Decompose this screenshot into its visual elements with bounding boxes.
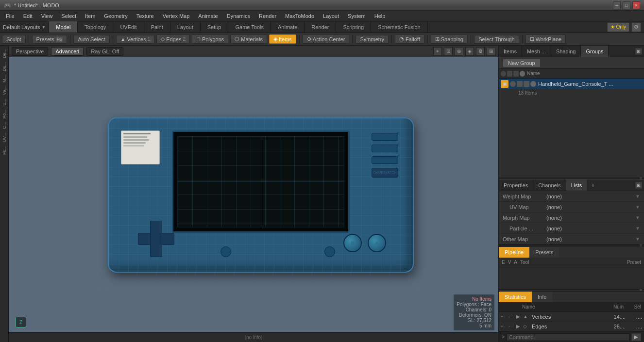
symmetry-button[interactable]: Symmetry [356, 35, 389, 44]
vp-tab-advanced[interactable]: Advanced [51, 47, 84, 56]
maximize-button[interactable]: □ [623, 1, 630, 9]
tab-setup[interactable]: Setup [201, 21, 229, 33]
command-arrow[interactable]: > [502, 334, 505, 340]
layout-dropdown-icon[interactable]: ▼ [41, 25, 46, 30]
vp-tab-perspective[interactable]: Perspective [12, 47, 48, 56]
other-map-value[interactable]: (none) [546, 236, 635, 242]
rpanel-tab-shading[interactable]: Shading [551, 46, 581, 57]
action-center-button[interactable]: ⊕ Action Center [303, 34, 350, 44]
rpanel-tab-groups[interactable]: Groups [581, 46, 609, 57]
group-eye-icon[interactable] [510, 81, 516, 87]
menu-item[interactable]: Item [81, 12, 99, 20]
menu-vertex-map[interactable]: Vertex Map [159, 12, 194, 20]
tab-layout[interactable]: Layout [170, 21, 201, 33]
vp-ctrl-expand[interactable]: ⊞ [487, 47, 495, 56]
sidebar-item-du[interactable]: Du... [1, 61, 7, 73]
menu-help[interactable]: Help [371, 12, 390, 20]
lists-expand-icon[interactable]: ⊞ [635, 182, 642, 189]
rpanel-expand-icon[interactable]: ⊞ [635, 48, 642, 55]
stats-arrow-1[interactable]: ▶ [516, 324, 521, 329]
morph-map-dropdown-icon[interactable]: ▼ [635, 215, 640, 220]
pipeline-tab-presets[interactable]: Presets [529, 247, 559, 258]
sidebar-item-c[interactable]: C... [1, 121, 7, 130]
layout-selector[interactable]: Default Layouts [3, 24, 40, 30]
tab-animate[interactable]: Animate [271, 21, 305, 33]
canvas-area[interactable]: GAME WATCH A B [9, 57, 498, 332]
sidebar-item-po[interactable]: Po... [1, 108, 7, 120]
vp-ctrl-settings[interactable]: ⚙ [476, 47, 485, 56]
lists-tab-add[interactable]: + [588, 181, 598, 189]
vp-tab-raygl[interactable]: Ray GL: Off [86, 47, 123, 56]
menu-select[interactable]: Select [57, 12, 80, 20]
menu-dynamics[interactable]: Dynamics [223, 12, 254, 20]
menu-texture[interactable]: Texture [133, 12, 158, 20]
menu-geometry[interactable]: Geometry [100, 12, 131, 20]
snapping-button[interactable]: ⊞ Snapping [431, 34, 468, 44]
settings-gear-icon[interactable]: ⚙ [631, 22, 641, 32]
command-input[interactable] [507, 333, 629, 341]
only-badge[interactable]: ★ Only [607, 22, 629, 32]
auto-select-button[interactable]: Auto Select [73, 35, 109, 44]
vp-ctrl-orient[interactable]: ⌖ [433, 47, 442, 56]
sidebar-item-ve[interactable]: Ve... [1, 85, 7, 97]
stats-plus-1[interactable]: + [501, 324, 507, 329]
select-through-button[interactable]: Select Through [474, 35, 519, 44]
sidebar-item-e[interactable]: E... [1, 98, 7, 107]
falloff-button[interactable]: ◔ Falloff [395, 34, 424, 44]
vp-ctrl-render[interactable]: ◈ [465, 47, 474, 56]
stats-minus-1[interactable]: - [508, 324, 514, 329]
vertices-button[interactable]: ▲ Vertices 1 [116, 35, 155, 44]
rpanel-tab-items[interactable]: Items [499, 46, 522, 57]
tab-game-tools[interactable]: Game Tools [228, 21, 271, 33]
particle-dropdown-icon[interactable]: ▼ [635, 226, 640, 231]
rpanel-tab-mesh[interactable]: Mesh ... [522, 46, 551, 57]
tab-uvedit[interactable]: UVEdit [113, 21, 144, 33]
menu-layout[interactable]: Layout [319, 12, 343, 20]
menu-file[interactable]: File [2, 12, 18, 20]
materials-button[interactable]: ⬡ Materials [230, 34, 267, 44]
groups-row-0[interactable]: ▣ Handheld_Game_Console_T ... [499, 79, 644, 89]
other-map-dropdown-icon[interactable]: ▼ [635, 236, 640, 242]
menu-system[interactable]: System [344, 12, 370, 20]
vp-ctrl-fit[interactable]: ⊡ [444, 47, 453, 56]
weight-map-value[interactable]: (none) [546, 194, 635, 199]
menu-animate[interactable]: Animate [194, 12, 221, 20]
presets-button[interactable]: Presets F6 [32, 35, 68, 44]
close-button[interactable]: ✕ [632, 1, 640, 9]
tab-render[interactable]: Render [305, 21, 336, 33]
weight-map-dropdown-icon[interactable]: ▼ [635, 194, 640, 199]
stats-minus-0[interactable]: - [508, 314, 514, 319]
morph-map-value[interactable]: (none) [546, 215, 635, 221]
uv-map-dropdown-icon[interactable]: ▼ [635, 204, 640, 210]
stats-tab-info[interactable]: Info [532, 292, 552, 302]
tab-topology[interactable]: Topology [78, 21, 113, 33]
minimize-button[interactable]: ─ [613, 1, 621, 9]
vp-ctrl-zoom[interactable]: ⊕ [455, 47, 463, 56]
menu-maxtomodo[interactable]: MaxToModo [281, 12, 318, 20]
sidebar-item-m[interactable]: M... [1, 74, 7, 84]
tab-paint[interactable]: Paint [144, 21, 170, 33]
group-box-icon[interactable] [517, 81, 523, 87]
lists-tab-lists[interactable]: Lists [566, 179, 588, 191]
group-lock-icon[interactable] [524, 81, 529, 87]
edges-button[interactable]: ◇ Edges 2 [156, 34, 190, 44]
pipeline-tab-pipeline[interactable]: Pipeline [499, 247, 529, 258]
items-button[interactable]: ◈ Items [269, 34, 296, 44]
sidebar-item-fu[interactable]: Fu... [1, 145, 7, 156]
particle-value[interactable]: (none) [546, 226, 635, 231]
menu-edit[interactable]: Edit [19, 12, 36, 20]
tab-model[interactable]: Model [49, 21, 78, 33]
viewport[interactable]: Perspective Advanced Ray GL: Off ⌖ ⊡ ⊕ ◈… [9, 46, 498, 342]
workplane-button[interactable]: ⊡ WorkPlane [525, 34, 566, 44]
menu-view[interactable]: View [37, 12, 57, 20]
stats-plus-0[interactable]: + [501, 314, 507, 319]
lists-tab-channels[interactable]: Channels [533, 179, 566, 191]
new-group-button[interactable]: New Group [503, 59, 541, 67]
stats-tab-statistics[interactable]: Statistics [499, 292, 532, 302]
polygons-button[interactable]: ◻ Polygons [192, 34, 228, 44]
sidebar-item-de[interactable]: De... [1, 48, 7, 60]
tab-scripting[interactable]: Scripting [336, 21, 371, 33]
tab-schematic-fusion[interactable]: Schematic Fusion [371, 21, 427, 33]
command-exec-button[interactable]: ▶ [631, 333, 641, 341]
stats-arrow-0[interactable]: ▶ [516, 314, 521, 319]
